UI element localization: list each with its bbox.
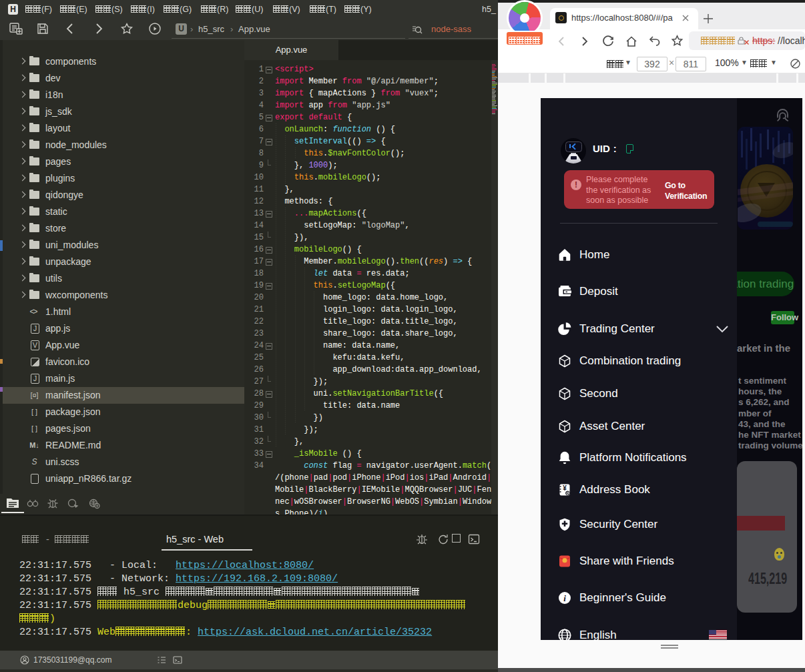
svg-text:i: i: [563, 593, 566, 603]
svg-text:¥: ¥: [563, 484, 567, 492]
